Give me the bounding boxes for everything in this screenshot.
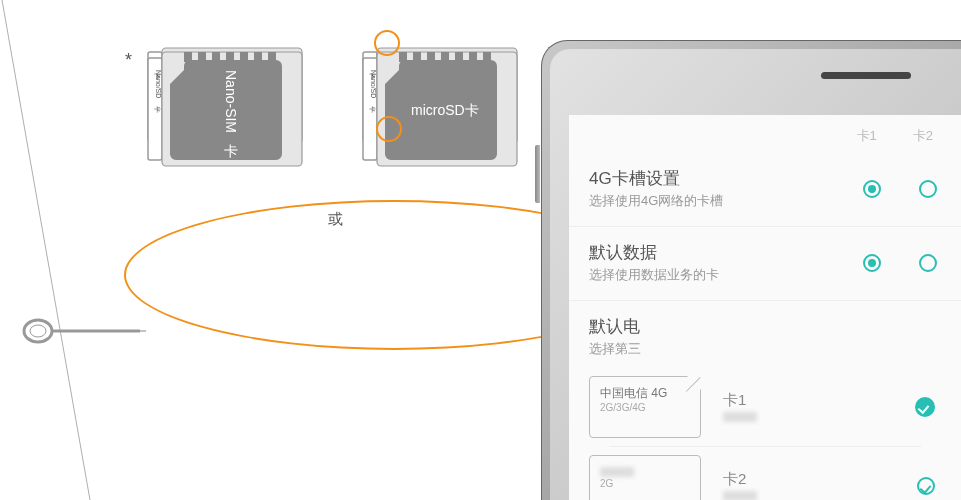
radio-slot2[interactable] <box>919 254 937 272</box>
slot-label: 卡2 <box>723 470 879 489</box>
phone-screen: 卡1 卡2 4G卡槽设置 选择使用4G网络的卡槽 默认数据 选择使用数据业务的卡 <box>569 115 961 500</box>
blurred-number <box>723 412 757 422</box>
phone-speaker-icon <box>821 72 911 79</box>
svg-rect-18 <box>268 52 276 62</box>
slot-label: 卡1 <box>723 391 877 410</box>
setting-title: 4G卡槽设置 <box>589 167 825 190</box>
blurred-carrier <box>600 467 634 477</box>
check-icon[interactable] <box>915 397 935 417</box>
sim-network: 2G <box>600 478 690 489</box>
microsd-label: microSD卡 <box>411 102 479 120</box>
phone-mockup: 卡1 卡2 4G卡槽设置 选择使用4G网络的卡槽 默认数据 选择使用数据业务的卡 <box>541 40 961 500</box>
nano-sim-sd-label: Nano-SIM卡 <box>222 70 240 133</box>
highlight-circle-icon <box>374 30 400 56</box>
setting-subtitle: 选择使用数据业务的卡 <box>589 266 825 284</box>
svg-rect-26 <box>455 52 463 62</box>
svg-rect-27 <box>469 52 477 62</box>
svg-rect-14 <box>212 52 220 62</box>
sim-card-icon: 2G <box>589 455 701 500</box>
sim-network: 2G/3G/4G <box>600 402 690 413</box>
page-background-line <box>0 0 150 500</box>
svg-rect-23 <box>413 52 421 62</box>
header-slot1: 卡1 <box>857 127 877 145</box>
svg-point-31 <box>30 325 46 337</box>
svg-rect-25 <box>441 52 449 62</box>
sim-ejector-icon <box>20 315 150 347</box>
header-slot2: 卡2 <box>913 127 933 145</box>
sim-option-2[interactable]: 2G 卡2 <box>589 447 941 500</box>
radio-slot1[interactable] <box>863 254 881 272</box>
sim-option-1[interactable]: 中国电信 4G 2G/3G/4G 卡1 <box>589 368 941 446</box>
sim-card-icon: 中国电信 4G 2G/3G/4G <box>589 376 701 438</box>
radio-slot2[interactable] <box>919 180 937 198</box>
setting-4g-slot[interactable]: 4G卡槽设置 选择使用4G网络的卡槽 <box>569 153 961 227</box>
svg-point-30 <box>24 320 52 342</box>
setting-subtitle: 选择使用4G网络的卡槽 <box>589 192 825 210</box>
setting-title: 默认电 <box>589 315 937 338</box>
setting-default-data[interactable]: 默认数据 选择使用数据业务的卡 <box>569 227 961 301</box>
sim-tray-diagram: 上 Nano SIM Nano-SIM卡 上 Micro 卡 Micro-SIM… <box>140 40 540 350</box>
setting-title: 默认数据 <box>589 241 825 264</box>
svg-rect-22 <box>399 52 407 62</box>
asterisk: * <box>125 50 132 71</box>
blurred-number <box>723 491 757 500</box>
svg-rect-15 <box>226 52 234 62</box>
highlight-circle-icon <box>376 116 402 142</box>
check-icon[interactable] <box>917 477 935 495</box>
screen-column-header: 卡1 卡2 <box>569 115 961 153</box>
setting-subtitle: 选择第三 <box>589 340 937 358</box>
svg-rect-24 <box>427 52 435 62</box>
svg-rect-12 <box>184 52 192 62</box>
svg-rect-17 <box>254 52 262 62</box>
phone-side-button <box>535 145 540 203</box>
svg-rect-16 <box>240 52 248 62</box>
sim-carrier: 中国电信 4G <box>600 385 690 402</box>
setting-default-call[interactable]: 默认电 选择第三 <box>569 301 961 364</box>
svg-rect-13 <box>198 52 206 62</box>
svg-rect-28 <box>483 52 491 62</box>
radio-slot1[interactable] <box>863 180 881 198</box>
